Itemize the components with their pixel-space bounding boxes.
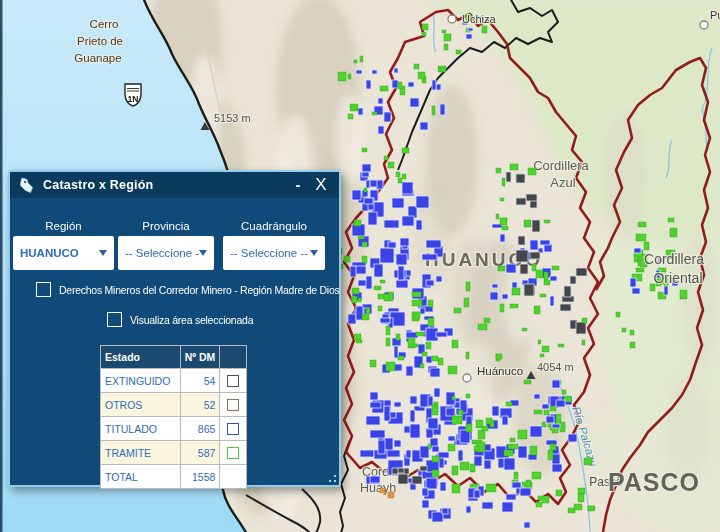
concession-block-otros xyxy=(532,220,540,232)
concession-block-titulado xyxy=(384,112,391,122)
concession-block-tramite xyxy=(486,484,496,492)
concession-block-otros xyxy=(412,476,422,484)
estado-row: TOTAL1558 xyxy=(101,465,247,489)
provincia-select[interactable]: -- Seleccione -- xyxy=(118,236,214,270)
town-marker xyxy=(448,15,456,23)
map-label: Huánuco xyxy=(477,365,523,377)
concession-block-titulado xyxy=(402,216,414,226)
concession-block-tramite xyxy=(582,340,585,345)
concession-block-tramite xyxy=(380,86,388,91)
close-button[interactable]: X xyxy=(312,173,330,197)
concession-block-tramite xyxy=(398,178,402,183)
concession-block-tramite xyxy=(544,280,550,285)
concession-block-titulado xyxy=(368,212,377,225)
concession-block-tramite xyxy=(668,218,674,222)
concession-block-tramite xyxy=(622,328,626,332)
concession-block-otros xyxy=(570,276,576,284)
visualiza-area-label: Visualiza área seleccionada xyxy=(130,314,253,326)
concession-block-otros xyxy=(516,250,528,262)
peru-map-icon xyxy=(19,177,34,194)
concession-block-tramite xyxy=(542,422,546,427)
dialog-titlebar[interactable]: Catastro x Región - X xyxy=(10,172,339,198)
concession-block-tramite xyxy=(432,106,435,115)
concession-block-tramite xyxy=(444,44,448,50)
concession-block-tramite xyxy=(500,304,504,312)
concession-block-tramite xyxy=(388,162,394,168)
concession-block-titulado xyxy=(552,464,562,472)
concession-block-titulado xyxy=(436,84,441,90)
estado-row: TRAMITE587 xyxy=(101,441,247,465)
concession-block-tramite xyxy=(386,326,390,335)
concession-block-titulado xyxy=(416,196,429,208)
concession-block-tramite xyxy=(362,256,367,263)
concession-block-tramite xyxy=(418,72,425,79)
region-select[interactable]: HUANUCO xyxy=(13,236,114,270)
layer-checkbox-tramite[interactable] xyxy=(227,447,239,459)
map-label: Prieto de xyxy=(77,35,123,47)
ndm-cell: 54 xyxy=(181,369,220,393)
corredor-minero-checkbox[interactable] xyxy=(36,282,51,297)
concession-block-tramite xyxy=(478,430,485,439)
concession-block-titulado xyxy=(434,388,440,397)
concession-block-tramite xyxy=(358,298,361,302)
concession-block-tramite xyxy=(584,458,592,465)
concession-block-titulado xyxy=(492,284,498,288)
concession-block-tramite xyxy=(426,342,431,349)
concession-block-tramite xyxy=(574,504,582,510)
concession-block-titulado xyxy=(378,98,383,104)
layer-checkbox-extinguido[interactable] xyxy=(227,375,239,387)
concession-block-orange xyxy=(380,488,385,493)
concession-block-titulado xyxy=(372,70,377,74)
concession-block-titulado xyxy=(490,292,498,300)
provincia-label: Provincia xyxy=(118,220,214,232)
concession-block-titulado xyxy=(502,416,508,425)
concession-block-tramite xyxy=(512,288,520,295)
concession-block-tramite xyxy=(466,352,469,359)
concession-block-tramite xyxy=(466,394,470,398)
concession-block-tramite xyxy=(432,470,439,477)
concession-block-titulado xyxy=(386,450,400,457)
concession-block-titulado xyxy=(350,266,356,277)
concession-block-tramite xyxy=(630,330,634,335)
minimize-button[interactable]: - xyxy=(290,173,306,197)
cuadrangulo-select[interactable]: -- Seleccione -- xyxy=(223,236,325,270)
layer-checkbox-titulado[interactable] xyxy=(227,423,239,435)
concession-block-tramite xyxy=(432,406,438,415)
concession-block-tramite xyxy=(544,272,548,280)
concession-block-tramite xyxy=(466,282,470,291)
layer-checkbox-otros[interactable] xyxy=(227,399,239,411)
map-label: Pu xyxy=(710,9,720,21)
concession-block-titulado xyxy=(436,332,447,337)
concession-block-titulado xyxy=(408,82,414,87)
concession-block-tramite xyxy=(536,502,542,507)
concession-block-tramite xyxy=(534,306,540,314)
concession-block-tramite xyxy=(644,242,649,250)
concession-block-titulado xyxy=(398,266,404,280)
concession-block-titulado xyxy=(502,502,513,512)
layer-toggle-cell xyxy=(220,417,247,441)
concession-block-tramite xyxy=(422,24,428,30)
resize-handle[interactable] xyxy=(324,470,336,482)
concession-block-titulado xyxy=(630,278,636,287)
concession-block-titulado xyxy=(370,402,381,408)
concession-block-tramite xyxy=(364,188,367,192)
concession-block-tramite xyxy=(354,220,361,226)
concession-block-tramite xyxy=(452,484,460,493)
concession-block-titulado xyxy=(394,68,398,73)
concession-block-titulado xyxy=(360,450,374,457)
concession-block-tramite xyxy=(358,236,364,239)
concession-block-tramite xyxy=(344,256,350,262)
concession-block-orange xyxy=(388,492,394,498)
concession-block-tramite xyxy=(510,438,515,442)
concession-block-titulado xyxy=(442,508,448,514)
concession-block-tramite xyxy=(386,362,395,371)
concession-block-titulado xyxy=(504,458,515,470)
concession-block-otros xyxy=(398,468,404,473)
concession-block-titulado xyxy=(406,450,411,458)
concession-block-tramite xyxy=(670,228,677,237)
concession-block-tramite xyxy=(544,220,550,223)
concession-block-tramite xyxy=(504,450,513,456)
chevron-down-icon xyxy=(310,250,318,256)
visualiza-area-checkbox[interactable] xyxy=(107,312,122,327)
concession-block-titulado xyxy=(512,482,521,488)
